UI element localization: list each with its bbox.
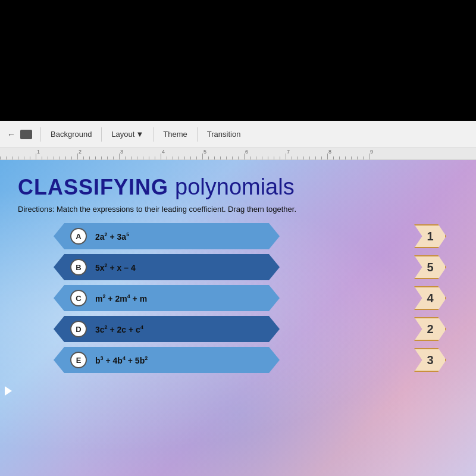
expression-formula: m2 + 2m4 + m	[95, 293, 147, 303]
theme-button[interactable]: Theme	[157, 127, 193, 141]
title-bold: CLASSiFYiNG	[18, 175, 168, 199]
arrow-left-notch	[54, 285, 64, 311]
arrow-body: D 3c2 + 2c + c4	[64, 316, 269, 342]
expression-arrow-shape: D 3c2 + 2c + c4	[54, 316, 280, 342]
slide-icon	[20, 130, 32, 139]
number-chevron[interactable]: 5	[414, 254, 452, 280]
expression-formula: 2a2 + 3a5	[95, 231, 129, 242]
expression-arrow-shape: A 2a2 + 3a5	[54, 223, 280, 249]
title-script: polynomials	[175, 174, 295, 199]
chevron-shape: 3	[414, 348, 446, 372]
number-chevron[interactable]: 2	[414, 316, 452, 342]
top-black-bar	[0, 0, 476, 121]
ruler: 123456789	[0, 148, 476, 160]
expression-row[interactable]: A 2a2 + 3a5	[54, 223, 280, 249]
numbers-column: 1 5 4 2 3	[414, 223, 452, 373]
arrow-body: A 2a2 + 3a5	[64, 223, 269, 249]
layout-button[interactable]: Layout ▼	[105, 127, 149, 141]
arrow-left-notch	[54, 223, 64, 249]
arrow-left-notch	[54, 254, 64, 280]
arrow-body: B 5x2 + x – 4	[64, 254, 269, 280]
expression-row[interactable]: D 3c2 + 2c + c4	[54, 316, 280, 342]
arrow-body: C m2 + 2m4 + m	[64, 285, 269, 311]
expression-letter: C	[70, 290, 87, 306]
expression-arrow-shape: C m2 + 2m4 + m	[54, 285, 280, 311]
divider-1	[40, 127, 41, 142]
expression-letter: D	[70, 321, 87, 337]
slide-directions: Directions: Match the expressions to the…	[18, 205, 458, 214]
arrow-right-point	[269, 316, 280, 342]
expression-letter: E	[70, 352, 87, 368]
chevron-shape: 2	[414, 317, 446, 341]
expression-formula: 3c2 + 2c + c4	[95, 324, 143, 334]
arrow-right-point	[269, 285, 280, 311]
chevron-shape: 1	[414, 224, 446, 248]
expression-letter: A	[70, 228, 87, 245]
divider-4	[197, 127, 198, 142]
number-chevron[interactable]: 3	[414, 347, 452, 373]
expression-row[interactable]: E b3 + 4b4 + 5b2	[54, 347, 280, 373]
expression-row[interactable]: B 5x2 + x – 4	[54, 254, 280, 280]
cursor-arrow	[5, 386, 12, 396]
expression-formula: 5x2 + x – 4	[95, 262, 136, 273]
divider-2	[101, 127, 102, 142]
slide-title: CLASSiFYiNG polynomials	[18, 174, 458, 200]
arrow-left-notch	[54, 316, 64, 342]
background-button[interactable]: Background	[45, 127, 98, 141]
expressions-column: A 2a2 + 3a5 B 5x2 + x – 4 C m2 + 2m4 + m	[54, 223, 280, 373]
back-arrow[interactable]: ←	[5, 127, 18, 142]
expression-arrow-shape: E b3 + 4b4 + 5b2	[54, 347, 280, 373]
number-chevron[interactable]: 1	[414, 223, 452, 249]
ruler-inner: 123456789	[0, 148, 476, 159]
chevron-shape: 4	[414, 286, 446, 310]
toolbar: ← Background Layout ▼ Theme Transition	[0, 121, 476, 148]
arrow-right-point	[269, 254, 280, 280]
transition-button[interactable]: Transition	[201, 127, 247, 141]
arrow-right-point	[269, 223, 280, 249]
arrow-body: E b3 + 4b4 + 5b2	[64, 347, 269, 373]
slide-area: CLASSiFYiNG polynomials Directions: Matc…	[0, 160, 476, 476]
expression-row[interactable]: C m2 + 2m4 + m	[54, 285, 280, 311]
expression-formula: b3 + 4b4 + 5b2	[95, 355, 148, 365]
expression-letter: B	[70, 259, 87, 275]
arrow-right-point	[269, 347, 280, 373]
dropdown-arrow-icon: ▼	[136, 130, 143, 139]
number-chevron[interactable]: 4	[414, 285, 452, 311]
expression-arrow-shape: B 5x2 + x – 4	[54, 254, 280, 280]
chevron-shape: 5	[414, 255, 446, 279]
arrow-left-notch	[54, 347, 64, 373]
content-row: A 2a2 + 3a5 B 5x2 + x – 4 C m2 + 2m4 + m	[18, 223, 458, 373]
divider-3	[153, 127, 154, 142]
